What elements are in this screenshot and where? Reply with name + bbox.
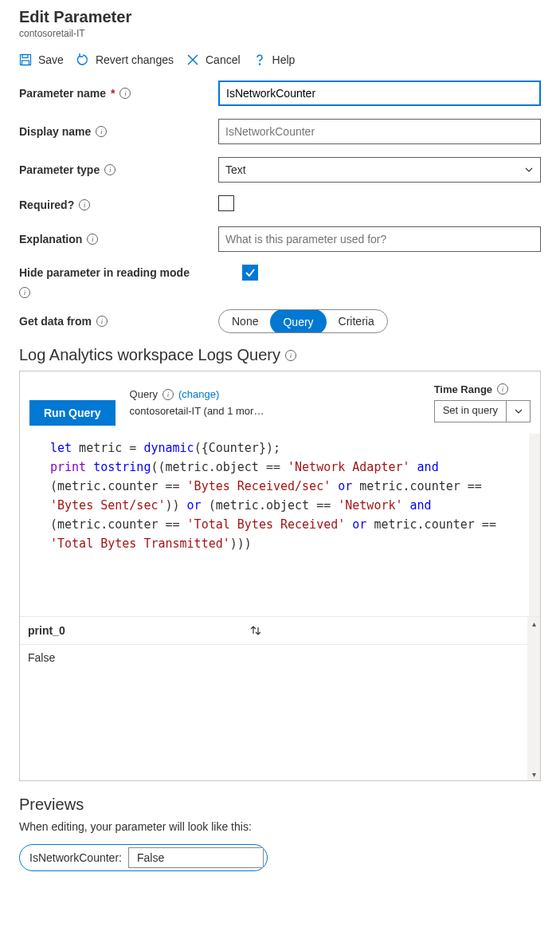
- required-checkbox[interactable]: [218, 195, 234, 211]
- svg-rect-1: [22, 55, 28, 58]
- help-icon: [253, 53, 266, 66]
- param-type-label-text: Parameter type: [19, 163, 100, 176]
- preview-param-label: IsNetworkCounter:: [20, 851, 128, 864]
- result-column-name: print_0: [28, 624, 65, 637]
- query-box: Run Query Query i (change) contosoretail…: [19, 371, 541, 781]
- info-icon[interactable]: i: [96, 316, 108, 327]
- toolbar: Save Revert changes Cancel Help: [19, 53, 541, 66]
- scrollbar-track[interactable]: [529, 434, 540, 616]
- hide-param-label: Hide parameter in reading mode: [19, 266, 242, 279]
- previews-title: Previews: [19, 796, 541, 814]
- save-label: Save: [38, 53, 64, 66]
- info-icon[interactable]: i: [79, 199, 90, 210]
- query-scope-text: contosoretail-IT (and 1 mor…: [130, 405, 264, 417]
- revert-label: Revert changes: [96, 53, 174, 66]
- scroll-up-icon[interactable]: ▴: [527, 617, 540, 630]
- required-label: Required? i: [19, 198, 218, 211]
- info-icon[interactable]: i: [96, 126, 107, 137]
- data-source-criteria[interactable]: Criteria: [326, 310, 387, 332]
- query-section-title: Log Analytics workspace Logs Query i: [19, 346, 541, 364]
- explanation-input[interactable]: [218, 226, 541, 252]
- explanation-label-text: Explanation: [19, 233, 82, 246]
- timerange-select[interactable]: Set in query: [434, 400, 531, 422]
- result-header[interactable]: print_0: [20, 617, 540, 645]
- info-icon[interactable]: i: [87, 234, 98, 245]
- param-name-label-text: Parameter name: [19, 87, 106, 100]
- close-icon: [186, 53, 199, 66]
- revert-button[interactable]: Revert changes: [76, 53, 174, 66]
- previews-desc: When editing, your parameter will look l…: [19, 820, 541, 833]
- display-name-label: Display name i: [19, 125, 218, 138]
- check-icon: [245, 267, 256, 278]
- scrollbar-vertical[interactable]: ▴ ▾: [527, 617, 540, 780]
- cancel-button[interactable]: Cancel: [186, 53, 241, 66]
- help-label: Help: [272, 53, 296, 66]
- preview-param-value: False: [128, 847, 264, 868]
- cancel-label: Cancel: [206, 53, 241, 66]
- required-label-text: Required?: [19, 198, 74, 211]
- display-name-label-text: Display name: [19, 125, 91, 138]
- info-icon[interactable]: i: [19, 287, 30, 298]
- display-name-input[interactable]: [218, 119, 541, 144]
- svg-point-5: [259, 64, 260, 65]
- info-icon[interactable]: i: [497, 383, 508, 395]
- hide-label-text: Hide parameter in reading mode: [19, 266, 190, 279]
- chevron-down-icon: [524, 165, 534, 175]
- save-button[interactable]: Save: [19, 53, 64, 66]
- info-icon[interactable]: i: [104, 164, 116, 175]
- revert-icon: [76, 53, 89, 66]
- preview-param-pill[interactable]: IsNetworkCounter: False: [19, 844, 268, 871]
- data-source-none[interactable]: None: [219, 310, 271, 332]
- get-data-label: Get data from i: [19, 315, 218, 328]
- info-icon[interactable]: i: [119, 88, 131, 99]
- change-link[interactable]: (change): [178, 388, 219, 400]
- param-name-label: Parameter name * i: [19, 87, 218, 100]
- data-source-segmented: None Query Criteria: [218, 309, 388, 333]
- run-query-button[interactable]: Run Query: [29, 400, 116, 426]
- timerange-value: Set in query: [435, 401, 506, 422]
- data-source-query[interactable]: Query: [270, 309, 326, 333]
- query-label: Query: [130, 388, 158, 400]
- chevron-down-icon: [514, 407, 523, 416]
- param-type-value: Text: [225, 163, 246, 176]
- get-data-label-text: Get data from: [19, 315, 92, 328]
- save-icon: [19, 53, 32, 66]
- page-subtitle: contosoretail-IT: [19, 28, 541, 39]
- sort-icon[interactable]: [249, 623, 263, 638]
- param-type-select[interactable]: Text: [218, 157, 541, 183]
- query-editor[interactable]: let metric = dynamic({Counter}); print t…: [20, 434, 540, 617]
- scroll-down-icon[interactable]: ▾: [527, 768, 540, 780]
- help-button[interactable]: Help: [253, 53, 296, 66]
- result-body: False: [20, 645, 540, 780]
- query-section-title-text: Log Analytics workspace Logs Query: [19, 346, 280, 364]
- svg-rect-2: [22, 61, 29, 65]
- hide-param-checkbox[interactable]: [242, 265, 258, 281]
- param-type-label: Parameter type i: [19, 163, 218, 176]
- param-name-input[interactable]: [218, 81, 541, 106]
- info-icon[interactable]: i: [163, 389, 174, 400]
- timerange-label: Time Range: [434, 383, 492, 395]
- result-cell-value: False: [28, 651, 55, 664]
- required-asterisk: *: [111, 87, 115, 100]
- info-icon[interactable]: i: [285, 350, 296, 361]
- explanation-label: Explanation i: [19, 233, 218, 246]
- page-title: Edit Parameter: [19, 8, 541, 26]
